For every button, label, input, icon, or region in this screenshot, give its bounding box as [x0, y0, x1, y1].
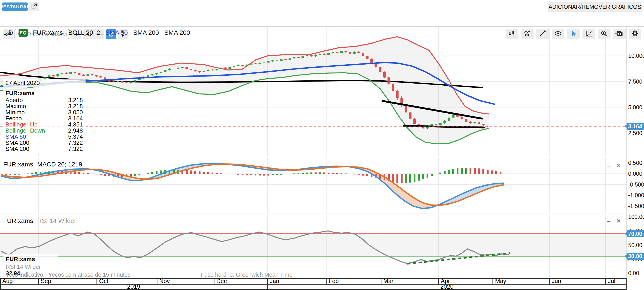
add-remove-charts-button[interactable]: ADICIONAR/REMOVER GRÁFICOS [548, 2, 642, 12]
open-in-new-window-button[interactable] [29, 2, 39, 11]
eye-button[interactable] [552, 29, 564, 39]
tooltip-label: Máximo [6, 103, 26, 109]
tooltip-date: 27 April 2020 [3, 79, 86, 87]
rsi-tooltip-label: RSI 14 Wilder [6, 264, 41, 270]
svg-text:Sep: Sep [41, 278, 51, 284]
chart-type-button[interactable] [521, 29, 534, 39]
svg-text:-1.000: -1.000 [628, 192, 644, 198]
svg-text:Aug: Aug [2, 278, 13, 284]
svg-text:5.000: 5.000 [628, 104, 642, 111]
tooltip-label-bollinger-up: Bollinger Up [6, 122, 38, 128]
svg-text:2020: 2020 [440, 283, 454, 290]
eye-icon [554, 30, 562, 38]
status-price-note: Preço indicativo. Preços com atraso de 1… [3, 272, 130, 278]
close-macd-button[interactable]: × [614, 162, 623, 169]
external-link-icon [31, 3, 38, 11]
svg-text:0.500: 0.500 [628, 160, 642, 166]
tooltip-value: 5.374 [68, 134, 83, 140]
legend-sma200-a[interactable]: SMA 200 [133, 29, 159, 36]
svg-text:Feb: Feb [328, 278, 339, 284]
time-axis[interactable]: AugSepOctNovDecJanFebMarAprMayJunJul2019… [0, 278, 626, 290]
rsi-tooltip: FUR:xams RSI 14 Wilder 32.94 [3, 254, 58, 272]
svg-text:May: May [495, 278, 506, 284]
svg-text:Mar: Mar [383, 278, 394, 284]
macd-legend: FUR:xams MACD 26; 12; 9 [3, 161, 82, 168]
candlestick-chart-button[interactable] [506, 29, 518, 39]
svg-text:7.500: 7.500 [628, 78, 642, 85]
price-axis[interactable]: 10.0007.5005.0002.5000.5000.000-0.500-1.… [624, 53, 644, 276]
rsi-symbol[interactable]: FUR:xams [3, 217, 33, 225]
tooltip-label: Fecho [6, 115, 22, 122]
svg-text:2019: 2019 [127, 283, 140, 290]
tooltip-symbol: FUR:xams [3, 89, 86, 97]
price-panel [0, 37, 626, 144]
svg-text:3.164: 3.164 [628, 123, 642, 130]
trendline-tool-icon [539, 30, 546, 38]
chart-canvas[interactable]: 10.0007.5005.0002.5000.5000.000-0.500-1.… [0, 0, 644, 290]
tooltip-label-bollinger-down: Bollinger Down [6, 128, 45, 134]
tooltip-label: SMA 200 [6, 146, 30, 152]
trading-chart-app: 10.0007.5005.0002.5000.5000.000-0.500-1.… [0, 0, 644, 290]
tooltip-value: 7.322 [68, 146, 83, 152]
svg-text:70.00: 70.00 [628, 231, 642, 237]
status-timezone: Fuso horário: Greenwich Mean Time [201, 272, 292, 278]
legend-period[interactable]: 1 D [3, 29, 13, 36]
macd-panel [1, 163, 504, 208]
gear-button[interactable] [628, 29, 641, 39]
main-chart-legend: 1 D EQ FUR:xams BOLL 20; 2 SMA 50 SMA 20… [3, 29, 190, 37]
minimize-main-chart-button[interactable]: – [612, 29, 620, 37]
svg-text:50.00: 50.00 [628, 242, 642, 248]
minimize-rsi-button[interactable]: – [605, 218, 613, 225]
tooltip-value: 3.218 [68, 97, 83, 103]
candlestick-chart-icon [508, 30, 516, 38]
rsi-tooltip-symbol: FUR:xams [3, 254, 58, 263]
tooltip-label: Mínimo [6, 109, 25, 115]
restore-button[interactable]: RESTAURAR [2, 2, 28, 11]
svg-text:Dec: Dec [216, 278, 227, 284]
trendline-tool-button[interactable] [536, 29, 549, 39]
tooltip-value: 7.322 [68, 140, 83, 146]
curve-tool-icon [585, 30, 593, 38]
cursor-tool-button[interactable] [567, 29, 580, 39]
svg-text:Jul: Jul [608, 278, 615, 284]
tooltip-label: SMA 200 [6, 140, 30, 146]
rsi-label[interactable]: RSI 14 Wilder [37, 217, 76, 225]
macd-label[interactable]: MACD 26; 12; 9 [37, 161, 82, 168]
legend-symbol[interactable]: FUR:xams [33, 29, 63, 36]
price-tooltip: FUR:xams Aberto3.218 Máximo3.218 Mínimo3… [3, 88, 86, 153]
legend-sma200-b[interactable]: SMA 200 [164, 29, 190, 36]
svg-text:0.00: 0.00 [628, 270, 639, 276]
tooltip-value: 3.050 [68, 109, 83, 115]
chart-toolbar: + 1 D : – – ↺ [0, 14, 644, 27]
zoom-in-button[interactable] [598, 29, 610, 39]
svg-text:100.00: 100.00 [628, 214, 644, 220]
zoom-in-icon [600, 30, 608, 38]
curve-tool-button[interactable] [582, 29, 595, 39]
macd-symbol[interactable]: FUR:xams [3, 161, 33, 168]
close-rsi-button[interactable]: × [614, 217, 623, 225]
svg-text:30.00: 30.00 [628, 253, 642, 259]
svg-text:-0.500: -0.500 [628, 181, 644, 188]
tooltip-value: 3.164 [68, 115, 83, 122]
minimize-macd-button[interactable]: – [605, 162, 613, 169]
tooltip-label-sma50: SMA 50 [6, 134, 26, 140]
cursor-tool-icon [570, 30, 577, 38]
svg-text:0.000: 0.000 [628, 170, 642, 177]
legend-sma50[interactable]: SMA 50 [106, 29, 128, 36]
svg-text:Jun: Jun [552, 278, 561, 284]
tooltip-label: Aberto [6, 97, 23, 103]
tooltip-value: 4.351 [68, 122, 83, 128]
rsi-legend: FUR:xams RSI 14 Wilder [3, 217, 76, 225]
svg-text:2.500: 2.500 [628, 130, 642, 136]
svg-text:Jan: Jan [270, 278, 279, 284]
tooltip-value: 3.218 [68, 103, 83, 109]
svg-text:Oct: Oct [99, 278, 108, 284]
legend-boll[interactable]: BOLL 20; 2 [68, 29, 100, 36]
equity-badge: EQ [18, 29, 28, 37]
svg-text:10.000: 10.000 [628, 53, 644, 59]
chart-type-icon [524, 30, 531, 38]
svg-text:-1.500: -1.500 [628, 203, 644, 209]
tooltip-value: 2.948 [68, 128, 83, 134]
gear-icon [631, 30, 639, 38]
top-bar: RESTAURAR ADICIONAR/REMOVER GRÁFICOS [0, 0, 644, 14]
